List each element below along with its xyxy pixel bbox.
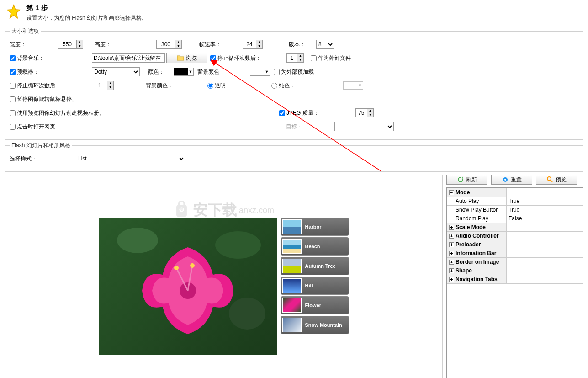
svg-point-4	[215, 231, 261, 259]
down-icon[interactable]: ▼	[77, 44, 83, 48]
preloader-label: 预载器：	[17, 68, 39, 76]
click-open-checkbox[interactable]	[10, 124, 16, 130]
size-options-fieldset: 大小和选项 宽度： ▲▼ 高度： ▲▼ 帧速率： ▲▼ 版本： 8 背景音乐： …	[5, 27, 583, 140]
thumb-image	[282, 278, 302, 293]
bgcolor-picker[interactable]: ▼	[250, 68, 270, 76]
width-input[interactable]	[58, 40, 76, 48]
expand-icon[interactable]: +	[449, 260, 454, 265]
svg-point-8	[174, 266, 179, 270]
expand-icon[interactable]: +	[449, 225, 454, 230]
preview-panel: 安 安下载 anxz.com	[5, 175, 443, 378]
svg-point-13	[547, 177, 551, 181]
prop-label[interactable]: Show Play Button	[447, 206, 507, 214]
page-subtitle: 设置大小，为您的 Flash 幻灯片和画廊选择风格。	[26, 14, 147, 22]
thumb-label: Hill	[305, 283, 313, 288]
expand-icon[interactable]: +	[449, 268, 454, 273]
page-title: 第 1 步	[26, 4, 147, 12]
thumb-label: Beach	[305, 244, 320, 249]
reset-button[interactable]: 重置	[491, 175, 532, 185]
jpeg-checkbox[interactable]	[279, 110, 285, 116]
down-icon[interactable]: ▼	[367, 113, 373, 117]
use-preview-label: 使用预览图像幻灯片创建视频相册。	[17, 109, 105, 117]
style-select[interactable]: List	[76, 154, 185, 163]
stoploop-input[interactable]	[287, 54, 297, 62]
collapse-icon[interactable]: −	[449, 190, 454, 195]
external-preload-checkbox[interactable]	[274, 69, 280, 75]
thumb-item[interactable]: Hill	[281, 277, 349, 295]
solid-radio[interactable]	[271, 83, 277, 89]
version-select[interactable]: 8	[316, 40, 334, 49]
up-icon[interactable]: ▲	[175, 40, 181, 44]
expand-icon[interactable]: +	[449, 234, 454, 239]
up-icon[interactable]: ▲	[297, 54, 303, 58]
pause-hover-checkbox[interactable]	[10, 96, 16, 102]
svg-point-10	[190, 263, 195, 268]
width-label: 宽度：	[10, 41, 46, 48]
bgmusic-checkbox[interactable]	[10, 55, 16, 61]
prop-value[interactable]: True	[507, 206, 583, 214]
stoploop2-label: 停止循环次数后：	[17, 82, 61, 90]
thumb-image	[282, 259, 302, 273]
prop-value[interactable]: False	[507, 214, 583, 223]
down-icon[interactable]: ▼	[175, 44, 181, 48]
jpeg-input[interactable]	[356, 109, 367, 117]
prop-value[interactable]: True	[507, 197, 583, 206]
external-file-checkbox[interactable]	[311, 55, 317, 61]
down-icon[interactable]: ▼	[297, 58, 303, 62]
use-preview-checkbox[interactable]	[10, 110, 16, 116]
gear-icon	[502, 176, 509, 183]
transparent-radio[interactable]	[207, 83, 213, 89]
external-file-label: 作为外部文件	[318, 54, 351, 62]
expand-icon[interactable]: +	[449, 277, 454, 282]
up-icon[interactable]: ▲	[256, 40, 262, 44]
preview-button[interactable]: 预览	[536, 175, 577, 185]
select-style-label: 选择样式：	[10, 155, 76, 163]
thumb-label: Autumn Tree	[305, 263, 336, 269]
chevron-down-icon: ▼	[357, 83, 363, 88]
refresh-icon	[457, 176, 464, 183]
up-icon[interactable]: ▲	[367, 109, 373, 113]
url-input[interactable]	[149, 122, 272, 131]
svg-text:安: 安	[180, 208, 183, 212]
stoploop2-checkbox[interactable]	[10, 83, 16, 89]
stoploop-checkbox[interactable]	[210, 55, 216, 61]
svg-point-12	[504, 179, 506, 181]
fps-input[interactable]	[243, 40, 256, 48]
bgcolor2-label: 背景颜色：	[146, 82, 173, 90]
size-legend: 大小和选项	[10, 27, 41, 35]
preloader-checkbox[interactable]	[10, 69, 16, 75]
up-icon[interactable]: ▲	[77, 40, 83, 44]
expand-icon[interactable]: +	[449, 251, 454, 256]
thumb-item[interactable]: Beach	[281, 237, 349, 256]
prop-label[interactable]: Auto Play	[447, 197, 507, 206]
down-icon: ▼	[107, 85, 113, 90]
bgcolor-label: 背景颜色：	[197, 68, 225, 76]
thumb-item[interactable]: Snow Mountain	[281, 316, 349, 334]
star-icon	[5, 4, 22, 20]
browse-button[interactable]: 浏览	[166, 53, 207, 63]
bgmusic-input[interactable]	[92, 53, 165, 63]
height-label: 高度：	[95, 41, 131, 48]
refresh-button[interactable]: 刷新	[446, 175, 487, 185]
down-icon[interactable]: ▼	[256, 44, 262, 48]
style-legend: Flash 幻灯片和相册风格	[10, 142, 72, 149]
main-preview-image	[99, 218, 277, 355]
thumb-image	[282, 318, 302, 332]
external-preload-label: 为外部预加载	[281, 68, 314, 76]
jpeg-label: JPEG 质量：	[286, 109, 319, 117]
target-select[interactable]	[334, 122, 394, 131]
preloader-select[interactable]: Dotty	[92, 67, 140, 76]
solid-color-picker: ▼	[343, 81, 363, 90]
bgmusic-label: 背景音乐：	[17, 54, 44, 62]
thumb-item[interactable]: Harbor	[281, 218, 349, 236]
height-input[interactable]	[157, 40, 175, 48]
chevron-down-icon: ▼	[264, 69, 270, 74]
thumb-item[interactable]: Flower	[281, 296, 349, 314]
prop-label[interactable]: Random Play	[447, 214, 507, 223]
thumb-item[interactable]: Autumn Tree	[281, 257, 349, 275]
stoploop-label: 停止循环次数后：	[217, 54, 261, 62]
expand-icon[interactable]: +	[449, 242, 454, 247]
property-grid[interactable]: −Mode Auto PlayTrue Show Play ButtonTrue…	[446, 187, 583, 378]
style-fieldset: Flash 幻灯片和相册风格 选择样式： List	[5, 142, 583, 172]
color-picker[interactable]: ▼	[174, 68, 194, 76]
